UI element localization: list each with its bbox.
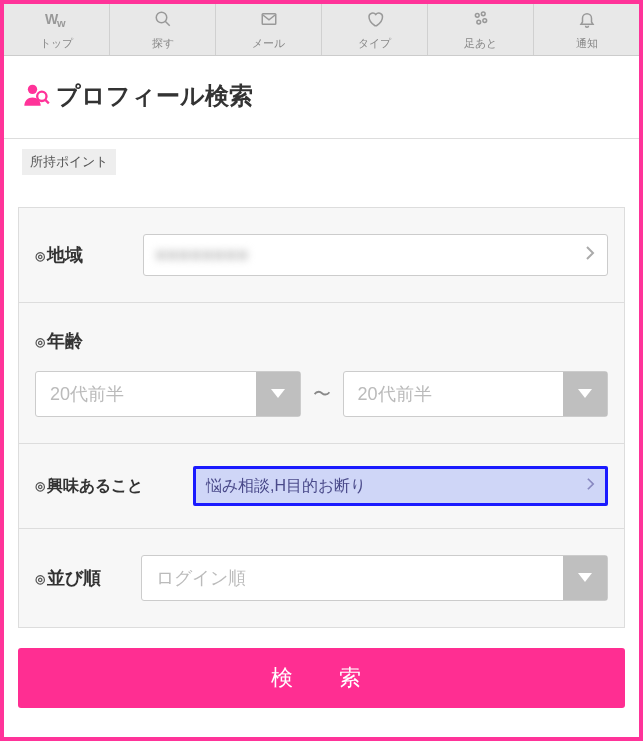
nav-type[interactable]: タイプ [322, 4, 428, 55]
age-to-select[interactable]: 20代前半 [343, 371, 609, 417]
nav-foot-label: 足あと [464, 37, 497, 49]
svg-point-10 [37, 92, 46, 101]
svg-point-8 [482, 19, 486, 23]
row-interest: ◎興味あること 悩み相談,H目的お断り [19, 444, 624, 529]
search-button[interactable]: 検 索 [18, 648, 625, 708]
mail-icon [216, 10, 321, 32]
search-form: ◎地域 ■■■■■■■■ ◎年齢 20代前半 〜 20代前半 [18, 207, 625, 628]
nav-mail[interactable]: メール [216, 4, 322, 55]
chevron-right-icon [586, 477, 595, 495]
svg-marker-13 [578, 389, 592, 398]
search-icon [110, 10, 215, 32]
chevron-right-icon [585, 245, 595, 266]
svg-marker-14 [578, 573, 592, 582]
region-select[interactable]: ■■■■■■■■ [143, 234, 608, 276]
logo-icon: Ww [4, 10, 109, 32]
nav-top[interactable]: Ww トップ [4, 4, 110, 55]
points-badge[interactable]: 所持ポイント [22, 149, 116, 175]
range-separator: 〜 [313, 382, 331, 406]
svg-point-9 [28, 85, 37, 94]
svg-text:w: w [56, 17, 66, 28]
row-region: ◎地域 ■■■■■■■■ [19, 208, 624, 303]
page-title: プロフィール検索 [56, 80, 253, 112]
age-from-select[interactable]: 20代前半 [35, 371, 301, 417]
row-sort: ◎並び順 ログイン順 [19, 529, 624, 627]
nav-notice-label: 通知 [576, 37, 598, 49]
label-age: ◎年齢 [35, 331, 83, 351]
age-to-value: 20代前半 [344, 372, 564, 416]
interest-select[interactable]: 悩み相談,H目的お断り [193, 466, 608, 506]
heart-icon [322, 10, 427, 32]
nav-notice[interactable]: 通知 [534, 4, 639, 55]
age-controls: 20代前半 〜 20代前半 [35, 371, 608, 417]
region-value: ■■■■■■■■ [156, 246, 249, 264]
chevron-down-icon [563, 372, 607, 416]
chevron-down-icon [563, 556, 607, 600]
nav-type-label: タイプ [358, 37, 391, 49]
row-age: ◎年齢 20代前半 〜 20代前半 [19, 303, 624, 444]
svg-point-2 [156, 12, 167, 23]
label-region: ◎地域 [35, 243, 83, 267]
nav-top-label: トップ [40, 37, 73, 49]
age-from-value: 20代前半 [36, 372, 256, 416]
chevron-down-icon [256, 372, 300, 416]
top-nav: Ww トップ 探す メール タイプ 足あと 通知 [4, 4, 639, 56]
page-header: プロフィール検索 [4, 56, 639, 138]
sort-value: ログイン順 [142, 556, 563, 600]
nav-mail-label: メール [252, 37, 285, 49]
label-sort: ◎並び順 [35, 566, 101, 590]
interest-value: 悩み相談,H目的お断り [206, 476, 366, 497]
svg-line-11 [45, 100, 49, 104]
svg-marker-12 [271, 389, 285, 398]
profile-search-icon [22, 80, 50, 112]
label-interest: ◎興味あること [35, 476, 143, 497]
divider [4, 138, 639, 139]
sort-select[interactable]: ログイン順 [141, 555, 608, 601]
bell-icon [534, 10, 639, 32]
nav-search-label: 探す [152, 37, 174, 49]
svg-point-6 [481, 12, 485, 16]
nav-foot[interactable]: 足あと [428, 4, 534, 55]
svg-line-3 [165, 21, 170, 26]
footprint-icon [428, 10, 533, 32]
svg-point-5 [475, 13, 479, 17]
svg-point-7 [476, 20, 480, 24]
nav-search[interactable]: 探す [110, 4, 216, 55]
